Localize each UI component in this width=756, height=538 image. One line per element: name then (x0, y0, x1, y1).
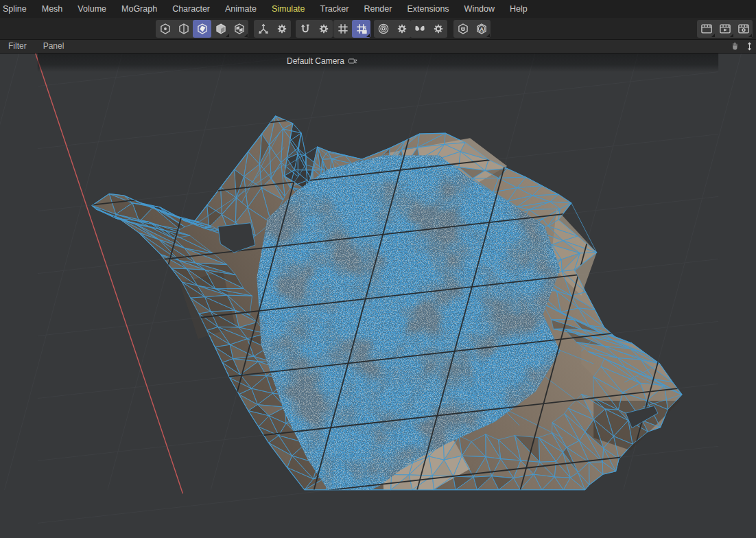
model-mode-icon (214, 22, 228, 36)
workplane-grid-icon (336, 22, 350, 36)
axis-icon (257, 22, 270, 36)
filter-menu[interactable]: Filter (0, 40, 35, 53)
workplane-lock-icon (355, 22, 368, 36)
solo-eye-icon (456, 22, 470, 36)
magnet-settings-button[interactable] (314, 20, 333, 38)
render-group (697, 20, 753, 38)
dolly-vertical-icon[interactable] (744, 41, 755, 51)
menu-character[interactable]: Character (165, 0, 217, 18)
point-mode-icon (158, 22, 172, 36)
viewport-menu-bar: Filter Panel (0, 40, 756, 54)
symmetry-butterfly-icon (413, 22, 427, 36)
snap-settings-button[interactable] (392, 20, 411, 38)
viewport-top-shade (38, 54, 718, 72)
camera-label[interactable]: Default Camera (287, 56, 358, 66)
magnet-icon (298, 22, 312, 36)
camera-switch-icon[interactable] (348, 57, 358, 65)
gear-icon (275, 22, 289, 36)
panel-menu[interactable]: Panel (35, 40, 73, 53)
viewport-solo-button[interactable] (453, 20, 472, 38)
render-gear-icon (737, 22, 751, 36)
menu-mesh[interactable]: Mesh (34, 0, 71, 18)
render-view-button[interactable] (697, 20, 716, 38)
render-picture-viewer-button[interactable] (716, 20, 734, 38)
gear-icon (317, 22, 331, 36)
main-toolbar (0, 18, 756, 40)
point-mode-button[interactable] (156, 20, 174, 38)
menu-spline[interactable]: Spline (0, 0, 34, 18)
texture-mode-button[interactable] (230, 20, 248, 38)
axis-settings-button[interactable] (272, 20, 291, 38)
menu-simulate[interactable]: Simulate (264, 0, 313, 18)
edge-mode-icon (177, 22, 191, 36)
3d-viewport[interactable]: Default Camera (0, 54, 756, 538)
polygon-mode-icon (196, 22, 209, 36)
magnet-tool-button[interactable] (296, 20, 314, 38)
menu-help[interactable]: Help (502, 0, 535, 18)
menu-mograph[interactable]: MoGraph (114, 0, 165, 18)
pan-hand-icon[interactable] (730, 41, 740, 51)
menu-window[interactable]: Window (457, 0, 502, 18)
menu-extensions[interactable]: Extensions (399, 0, 456, 18)
render-view-icon (700, 22, 713, 36)
cinema4d-window: Spline Mesh Volume MoGraph Character Ani… (0, 0, 756, 538)
edge-mode-button[interactable] (174, 20, 193, 38)
gear-icon (395, 22, 409, 36)
solo-auto-icon (475, 22, 488, 36)
menu-render[interactable]: Render (356, 0, 399, 18)
enable-axis-button[interactable] (254, 20, 272, 38)
menu-volume[interactable]: Volume (70, 0, 114, 18)
mode-group (156, 20, 248, 38)
render-play-icon (718, 22, 732, 36)
symmetry-settings-button[interactable] (429, 20, 447, 38)
symmetry-group (410, 20, 447, 38)
texture-mode-icon (233, 22, 246, 36)
workplane-lock-button[interactable] (352, 20, 370, 38)
main-menu-bar: Spline Mesh Volume MoGraph Character Ani… (0, 0, 756, 18)
render-settings-button[interactable] (734, 20, 753, 38)
gear-icon (432, 22, 445, 36)
viewport-canvas (0, 54, 756, 538)
magnet-group (296, 20, 333, 38)
viewport-nav-icons (730, 40, 755, 53)
workplane-group (333, 20, 370, 38)
snap-button[interactable] (374, 20, 392, 38)
snap-target-icon (377, 22, 390, 36)
workplane-button[interactable] (333, 20, 352, 38)
symmetry-button[interactable] (410, 20, 429, 38)
axis-group (254, 20, 291, 38)
menu-tracker[interactable]: Tracker (313, 0, 357, 18)
snap-group (374, 20, 411, 38)
viewport-solo-auto-button[interactable] (472, 20, 491, 38)
solo-group (453, 20, 491, 38)
model-mode-button[interactable] (211, 20, 230, 38)
camera-label-text: Default Camera (287, 56, 344, 66)
menu-animate[interactable]: Animate (217, 0, 264, 18)
x-axis-line (33, 54, 183, 493)
polygon-mode-button[interactable] (193, 20, 211, 38)
